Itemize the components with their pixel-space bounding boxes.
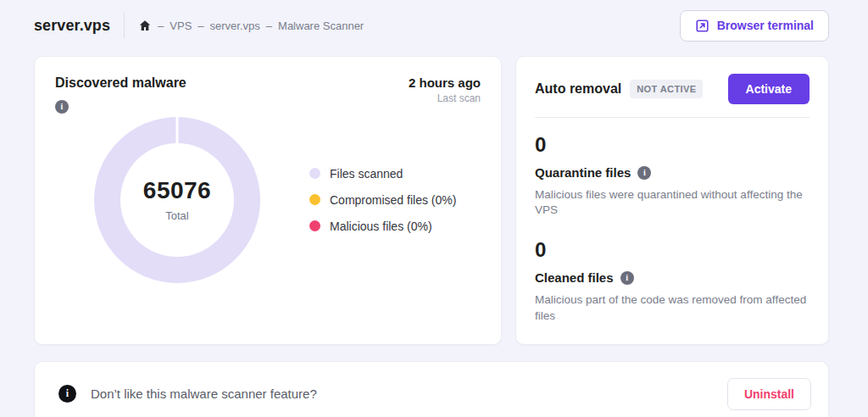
cleaned-files-description: Malicious part of the code was removed f… <box>535 292 810 323</box>
quarantine-files-count: 0 <box>535 133 810 157</box>
info-icon: i <box>58 385 76 403</box>
legend-item-malicious-files: Malicious files (0%) <box>309 220 456 233</box>
breadcrumb: – VPS – server.vps – Malware Scanner <box>138 19 364 32</box>
browser-terminal-label: Browser terminal <box>717 19 814 32</box>
info-icon[interactable]: i <box>620 271 634 285</box>
cleaned-files-stat: 0 Cleaned files i Malicious part of the … <box>535 238 810 323</box>
terminal-new-window-icon <box>695 19 709 33</box>
quarantine-files-stat: 0 Quarantine files i Malicious files wer… <box>535 133 810 218</box>
quarantine-files-description: Malicious files were quarantined without… <box>535 187 810 218</box>
breadcrumb-separator: – <box>198 19 203 32</box>
uninstall-banner: i Don’t like this malware scanner featur… <box>34 361 829 417</box>
breadcrumb-separator: – <box>266 19 272 32</box>
donut-total-value: 65076 <box>143 177 211 204</box>
main-content: Discovered malware i 2 hours ago Last sc… <box>0 49 868 345</box>
breadcrumb-item-server[interactable]: server.vps <box>210 19 260 32</box>
compromised-files-dot-icon <box>309 194 320 205</box>
home-icon[interactable] <box>138 19 152 32</box>
activate-button[interactable]: Activate <box>728 74 810 104</box>
quarantine-files-label: Quarantine files <box>535 165 631 180</box>
chart-legend: Files scanned Compromised files (0%) Mal… <box>309 167 456 233</box>
breadcrumb-item-malware-scanner: Malware Scanner <box>278 19 364 32</box>
last-scan-label: Last scan <box>409 92 481 104</box>
header-divider <box>124 13 125 38</box>
files-scanned-dot-icon <box>309 168 320 179</box>
discovered-malware-title: Discovered malware <box>55 75 186 91</box>
uninstall-button[interactable]: Uninstall <box>727 378 811 410</box>
breadcrumb-separator: – <box>158 19 164 32</box>
status-badge: NOT ACTIVE <box>630 80 703 98</box>
uninstall-message: Don’t like this malware scanner feature? <box>91 386 317 401</box>
legend-item-files-scanned: Files scanned <box>309 167 456 181</box>
legend-label: Compromised files (0%) <box>330 193 456 207</box>
donut-total-label: Total <box>165 209 188 222</box>
browser-terminal-button[interactable]: Browser terminal <box>680 10 829 42</box>
info-icon[interactable]: i <box>55 100 69 114</box>
auto-removal-title: Auto removal <box>535 81 621 97</box>
last-scan-value: 2 hours ago <box>409 75 481 90</box>
page-title: server.vps <box>34 17 110 35</box>
cleaned-files-label: Cleaned files <box>535 270 614 285</box>
malware-donut-chart: 65076 Total Files scanned Compromised fi… <box>55 117 481 283</box>
topbar: server.vps – VPS – server.vps – Malware … <box>0 0 868 49</box>
legend-item-compromised-files: Compromised files (0%) <box>309 193 456 207</box>
divider <box>535 117 810 118</box>
malicious-files-dot-icon <box>309 220 320 231</box>
cleaned-files-count: 0 <box>535 238 810 262</box>
discovered-malware-card: Discovered malware i 2 hours ago Last sc… <box>34 56 502 345</box>
info-icon[interactable]: i <box>637 166 651 180</box>
legend-label: Files scanned <box>330 167 403 181</box>
breadcrumb-item-vps[interactable]: VPS <box>170 19 192 32</box>
legend-label: Malicious files (0%) <box>330 220 432 233</box>
auto-removal-card: Auto removal NOT ACTIVE Activate 0 Quara… <box>515 56 829 345</box>
